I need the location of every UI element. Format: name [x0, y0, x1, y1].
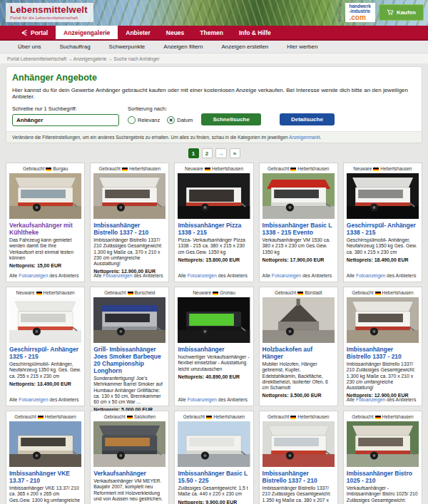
- listing-card: GebrauchtBürstadt Holzbackofen auf Hänge…: [259, 287, 338, 406]
- germany-flag-icon: [206, 416, 212, 419]
- fotoanzeigen-link[interactable]: Fotoanzeigen: [19, 397, 48, 402]
- subnav-item-anzeigen-erstellen[interactable]: Anzeigen erstellen: [212, 43, 277, 50]
- listing-photo[interactable]: [93, 421, 165, 467]
- listing-card: NeuwareHebertshausen Geschirrspül- Anhän…: [343, 163, 422, 282]
- nav-item-anzeigengalerie[interactable]: Anzeigengalerie: [56, 26, 118, 39]
- subnav-item-anzeigen-filtern[interactable]: Anzeigen filtern: [154, 43, 212, 50]
- listing-title-link[interactable]: Grill- Imbissanhänger Joes Smoker Barbeq…: [93, 346, 165, 374]
- fotoanzeigen-link[interactable]: Fotoanzeigen: [356, 397, 385, 402]
- footer-suffix: des Anbieters: [217, 273, 248, 278]
- subnav-item-hier-werben[interactable]: Hier werben: [277, 43, 327, 50]
- listing-footer: Alle Fotoanzeigen des Anbieters: [178, 273, 248, 278]
- fotoanzeigen-link[interactable]: Fotoanzeigen: [188, 397, 217, 402]
- listing-card: GebrauchtHebertshausen Imbissanhänger Bi…: [343, 411, 422, 504]
- fotoanzeigen-link[interactable]: Fotoanzeigen: [356, 273, 385, 278]
- nav-item-info-hilfe[interactable]: Info & Hilfe: [231, 26, 279, 39]
- page-button-2[interactable]: 2: [202, 148, 213, 158]
- fotoanzeigen-link[interactable]: Fotoanzeigen: [188, 273, 217, 278]
- page-button-1[interactable]: 1: [188, 148, 199, 158]
- listing-card: GebrauchtHebertshausen Imbissanhänger Ba…: [259, 163, 338, 282]
- site-logo[interactable]: Lebensmittelwelt Portal für die Lebensmi…: [6, 3, 93, 22]
- page-button-3[interactable]: →: [215, 148, 227, 158]
- nav-item-label: Info & Hilfe: [239, 29, 271, 36]
- listing-title-link[interactable]: Imbissanhänger Bistrello 1337 - 210: [347, 346, 419, 360]
- listing-photo[interactable]: [263, 297, 335, 343]
- listing-photo[interactable]: [9, 421, 81, 467]
- listing-footer: Alle Fotoanzeigen des Anbieters: [347, 273, 417, 278]
- listing-title-link[interactable]: Imbissanhänger Pizza 1338 - 215: [178, 222, 250, 236]
- listing-photo[interactable]: [263, 421, 335, 467]
- footer-suffix: des Anbieters: [385, 273, 416, 278]
- subnav-item-schwerpunkte[interactable]: Schwerpunkte: [100, 43, 155, 50]
- listing-title-link[interactable]: Imbissanhänger: [178, 346, 250, 353]
- condition-label: Neuware: [185, 166, 203, 171]
- listing-title-link[interactable]: Imbissanhänger Bistro 1025 - 210: [347, 470, 419, 484]
- condition-label: Gebraucht: [23, 166, 44, 171]
- listing-photo[interactable]: [9, 173, 81, 219]
- condition-label: Gebraucht: [14, 414, 36, 419]
- listing-title-link[interactable]: Imbissanhänger Basic L 1338 - 215 Evento: [263, 222, 335, 236]
- fotoanzeigen-link[interactable]: Fotoanzeigen: [19, 273, 48, 278]
- nav-item-label: Anzeigengalerie: [63, 29, 110, 36]
- listing-photo[interactable]: [178, 297, 250, 343]
- logo-subtitle: Portal für die Lebensmittelwirtschaft: [10, 16, 88, 20]
- listing-title-link[interactable]: Geschirrspül- Anhänger 1325 - 215: [9, 346, 81, 360]
- partner-logo[interactable]: handwerk -industrie .com: [345, 3, 375, 22]
- listing-photo[interactable]: [347, 173, 419, 219]
- kaufen-button[interactable]: Kaufen: [379, 4, 424, 21]
- listing-footer: Alle Fotoanzeigen des Anbieters: [178, 397, 248, 402]
- listing-header: GebrauchtHebertshausen: [9, 414, 81, 419]
- condition-label: Gebraucht: [103, 414, 125, 419]
- location-label: Hebertshausen: [297, 166, 329, 171]
- location-label: Gronau: [220, 290, 235, 295]
- listing-header: GebrauchtBurscheid: [93, 290, 165, 295]
- listing-title-link[interactable]: Verkaufsanhänger mit Kühltheke: [9, 222, 81, 236]
- filter-hint: Verändere die Filtereinstellungen, um ei…: [6, 131, 422, 143]
- search-input[interactable]: [12, 114, 119, 126]
- location-label: Burgau: [53, 166, 68, 171]
- sort-option-relevanz[interactable]: Relevanz: [128, 116, 160, 124]
- germany-flag-icon: [36, 292, 42, 295]
- listing-title-link[interactable]: Imbissanhänger Bistrello 1337 - 210: [93, 222, 165, 236]
- listing-photo[interactable]: [263, 173, 335, 219]
- listing-footer: Alle Fotoanzeigen des Anbieters: [263, 273, 332, 278]
- condition-label: Gebraucht: [104, 290, 126, 295]
- listing-photo[interactable]: [347, 297, 419, 343]
- germany-flag-icon: [375, 416, 381, 419]
- condition-label: Gebraucht: [352, 414, 373, 419]
- listing-photo[interactable]: [347, 421, 419, 467]
- fotoanzeigen-link[interactable]: Fotoanzeigen: [103, 273, 132, 278]
- nav-item-anbieter[interactable]: Anbieter: [118, 26, 158, 39]
- subnav-item-über-uns[interactable]: Über uns: [9, 43, 50, 50]
- listing-photo[interactable]: [178, 173, 250, 219]
- listing-photo[interactable]: [178, 421, 250, 467]
- listing-photo[interactable]: [93, 297, 165, 343]
- nav-item-portal[interactable]: Portal: [13, 26, 56, 39]
- fotoanzeigen-link[interactable]: Fotoanzeigen: [272, 273, 301, 278]
- location-label: Salzkotten: [134, 414, 156, 419]
- footer-suffix: des Anbieters: [48, 397, 78, 402]
- location-label: Hebertshausen: [44, 290, 75, 295]
- listing-title-link[interactable]: Verkaufsanhänger: [93, 470, 165, 477]
- nav-item-themen[interactable]: Themen: [192, 26, 231, 39]
- germany-flag-icon: [46, 168, 51, 171]
- footer-suffix: des Anbieters: [48, 273, 78, 278]
- anzeigenmarkt-link[interactable]: Anzeigenmarkt: [289, 135, 320, 140]
- listing-photo[interactable]: [93, 173, 165, 219]
- sort-option-datum[interactable]: ✕Datum: [167, 116, 193, 124]
- detailsuche-button[interactable]: Detailsuche: [280, 113, 335, 125]
- listing-title-link[interactable]: Imbissanhänger Basic L 15.50 - 225: [178, 470, 250, 484]
- listing-title-link[interactable]: Holzbackofen auf Hänger: [263, 346, 335, 360]
- subnav-item-suchauftrag[interactable]: Suchauftrag: [50, 43, 99, 50]
- listing-title-link[interactable]: Imbissanhänger Bistrello 1337 - 210: [263, 470, 335, 484]
- nav-item-neues[interactable]: Neues: [158, 26, 193, 39]
- sub-nav: Über unsSuchauftragSchwerpunkteAnzeigen …: [0, 41, 428, 53]
- schnellsuche-button[interactable]: Schnellsuche: [201, 113, 261, 125]
- listing-price: Nettopreis: 18.490,00 EUR: [347, 257, 419, 262]
- listing-card: NeuwareGronau Imbissanhänger hochwertige…: [174, 287, 253, 406]
- listing-photo[interactable]: [9, 297, 81, 343]
- page-button-4[interactable]: »: [230, 148, 240, 158]
- footer-prefix: Alle: [178, 397, 187, 402]
- listing-title-link[interactable]: Imbissanhänger VKE 13.37 - 210: [9, 470, 81, 484]
- listing-title-link[interactable]: Geschirrspül- Anhänger 1338 - 215: [347, 222, 419, 236]
